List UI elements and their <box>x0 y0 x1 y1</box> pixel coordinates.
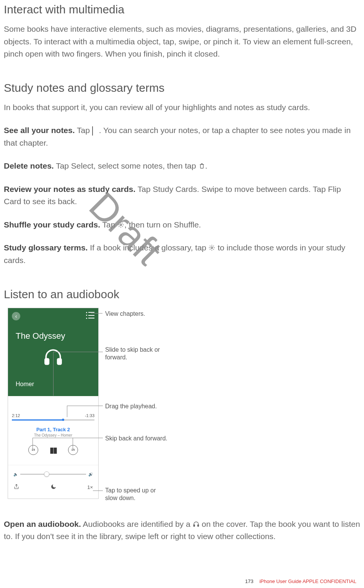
phone-playback-area: 2:12 -1:33 Part 1, Track 2 The Odyssey –… <box>8 396 98 465</box>
svg-rect-4 <box>193 525 195 526</box>
speed-button[interactable]: 1× <box>87 484 93 490</box>
skip-back-button[interactable]: 15 <box>28 445 38 455</box>
volume-high-icon: 🔊 <box>88 472 93 476</box>
label-glossary: Study glossary terms. <box>4 243 88 252</box>
text-see-notes-a: Tap <box>75 126 92 135</box>
heading-audiobook: Listen to an audiobook <box>4 288 360 301</box>
para-open-audiobook: Open an audiobook. Audiobooks are identi… <box>4 518 360 543</box>
track-title: Part 1, Track 2 <box>8 427 98 432</box>
author: Homer <box>16 381 34 388</box>
skip-forward-button[interactable]: 15 <box>68 445 78 455</box>
text-delete-b: . <box>205 161 208 170</box>
share-button[interactable] <box>13 483 20 492</box>
callout-chapters: View chapters. <box>105 310 145 318</box>
phone-screen: ‹ The Odyssey Homer 2:12 -1:33 <box>8 308 99 499</box>
para-review: Review your notes as study cards. Tap St… <box>4 183 360 208</box>
volume-low-icon: 🔈 <box>13 472 18 476</box>
label-delete: Delete notes. <box>4 161 54 170</box>
label-open: Open an audiobook. <box>4 520 81 528</box>
label-review: Review your notes as study cards. <box>4 185 135 193</box>
label-shuffle: Shuffle your study cards. <box>4 220 100 229</box>
page-number: 173 <box>245 578 253 584</box>
notes-icon <box>92 125 99 132</box>
audiobook-figure: ‹ The Odyssey Homer 2:12 -1:33 <box>4 308 203 503</box>
playhead-slider[interactable] <box>12 419 94 421</box>
gear-icon <box>117 219 124 226</box>
text-open-a: Audiobooks are identified by a <box>81 520 193 528</box>
text-shuffle-a: Tap <box>100 220 117 229</box>
trash-icon <box>198 161 205 167</box>
book-title: The Odyssey <box>16 331 65 341</box>
heading-multimedia: Interact with multimedia <box>4 3 360 16</box>
svg-point-0 <box>120 224 122 226</box>
svg-rect-5 <box>197 525 198 526</box>
heading-study: Study notes and glossary terms <box>4 81 360 94</box>
volume-slider[interactable] <box>20 474 86 475</box>
label-see-notes: See all your notes. <box>4 126 75 135</box>
para-delete-notes: Delete notes. Tap Select, select some no… <box>4 160 360 172</box>
callout-speed: Tap to speed up or slow down. <box>105 487 166 503</box>
time-elapsed: 2:12 <box>12 413 20 418</box>
para-multimedia: Some books have interactive elements, su… <box>4 23 360 60</box>
para-shuffle: Shuffle your study cards. Tap , then tur… <box>4 219 360 231</box>
time-remaining: -1:33 <box>85 413 94 418</box>
phone-bottom-area: 🔈 🔊 1× <box>8 465 98 499</box>
footer: 173 iPhone User Guide APPLE CONFIDENTIAL <box>245 578 356 584</box>
back-button[interactable]: ‹ <box>12 312 20 320</box>
callout-playhead: Drag the playhead. <box>105 403 157 411</box>
callout-slide: Slide to skip back or forward. <box>105 346 162 362</box>
svg-point-1 <box>211 247 213 249</box>
callout-skip: Skip back and forward. <box>105 435 167 443</box>
pause-button[interactable]: ▮▮ <box>50 445 57 455</box>
svg-rect-3 <box>58 359 61 364</box>
gear-icon <box>208 242 215 249</box>
para-see-notes: See all your notes. Tap . You can search… <box>4 124 360 149</box>
text-glossary-a: If a book includes a glossary, tap <box>88 243 208 252</box>
svg-rect-2 <box>45 359 49 364</box>
para-glossary: Study glossary terms. If a book includes… <box>4 242 360 266</box>
track-subtitle: The Odyssey – Homer <box>8 433 98 437</box>
para-study-intro: In books that support it, you can review… <box>4 101 360 114</box>
footer-text: iPhone User Guide APPLE CONFIDENTIAL <box>259 578 356 584</box>
headphones-icon <box>193 519 200 526</box>
text-shuffle-b: , then turn on Shuffle. <box>124 220 201 229</box>
text-delete-a: Tap Select, select some notes, then tap <box>54 161 198 170</box>
sleep-timer-button[interactable] <box>50 484 57 491</box>
